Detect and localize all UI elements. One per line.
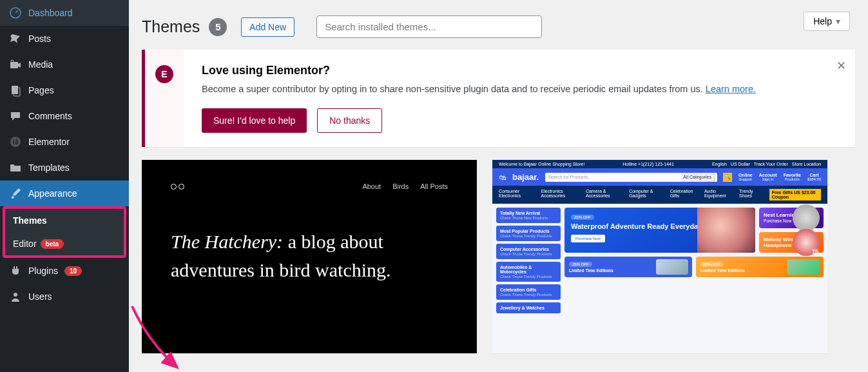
preview-links: About Birds All Posts: [362, 182, 448, 190]
plug-icon: [9, 264, 22, 277]
comment-icon: [9, 110, 22, 122]
sidebar-label: Appearance: [28, 188, 77, 199]
appearance-submenu: Themes Editor beta: [3, 206, 126, 258]
notice-text: Become a super contributor by opting in …: [202, 84, 837, 94]
preview-nav: About Birds All Posts: [171, 182, 448, 190]
sidebar-item-comments[interactable]: Comments: [0, 103, 129, 129]
sidebar-item-media[interactable]: Media: [0, 52, 129, 77]
preview-search: Search for Products... All Categories: [545, 173, 717, 182]
help-tab[interactable]: Help: [804, 12, 850, 31]
preview-brand: bajaar.: [512, 172, 539, 182]
sidebar-item-users[interactable]: Users: [0, 284, 129, 309]
sidebar-item-elementor[interactable]: Elementor: [0, 129, 129, 155]
submenu-themes[interactable]: Themes: [5, 209, 124, 232]
sidebar-item-pages[interactable]: Pages: [0, 77, 129, 103]
notice-actions: Sure! I'd love to help No thanks: [202, 108, 837, 133]
sidebar-item-dashboard[interactable]: Dashboard: [0, 0, 129, 26]
search-icon: 🔍: [723, 173, 732, 182]
product-icon: [793, 204, 820, 231]
help-label: Help: [813, 16, 832, 26]
user-icon: [9, 290, 22, 303]
pin-icon: [9, 32, 22, 45]
brush-icon: [9, 187, 22, 200]
notice-accent: E: [145, 50, 184, 147]
svg-rect-9: [15, 143, 18, 144]
theme-preview: About Birds All Posts The Hatchery: a bl…: [142, 160, 477, 353]
sidebar-label: Dashboard: [28, 8, 73, 18]
preview-sidebar: Totally New ArrivalCheck Those New Produ…: [496, 208, 561, 313]
dismiss-notice-button[interactable]: ✕: [836, 59, 846, 73]
preview-hero-text: The Hatchery: a blog about adventures in…: [171, 228, 448, 284]
svg-rect-3: [12, 86, 18, 94]
main-content: Help Themes 5 Add New E Love using Eleme…: [129, 0, 868, 353]
page-title: Themes: [142, 17, 200, 36]
svg-rect-8: [15, 141, 18, 142]
sidebar-item-plugins[interactable]: Plugins 10: [0, 258, 129, 284]
watch-icon: [787, 259, 820, 275]
theme-card[interactable]: About Birds All Posts The Hatchery: a bl…: [142, 160, 477, 353]
preview-topbar: Welcome to Bajaar Online Shopping Store!…: [492, 160, 827, 168]
learn-more-link[interactable]: Learn more.: [706, 84, 756, 94]
submenu-label: Themes: [13, 215, 47, 226]
svg-point-10: [14, 293, 17, 297]
sidebar-label: Posts: [28, 34, 51, 44]
svg-rect-6: [13, 139, 14, 144]
sidebar-label: Templates: [28, 162, 70, 173]
preview-hero-banner: 25% OFF Waterproof Adventure Ready Every…: [564, 208, 755, 253]
theme-grid: About Birds All Posts The Hatchery: a bl…: [142, 160, 855, 353]
annotation-arrow-icon: [122, 303, 187, 372]
submenu-editor[interactable]: Editor beta: [5, 232, 124, 255]
hero-image-icon: [697, 208, 755, 253]
elementor-badge-icon: E: [155, 65, 173, 83]
product-icon: 75: [793, 229, 820, 256]
notice-title: Love using Elementor?: [202, 64, 837, 77]
beta-badge: beta: [41, 239, 64, 249]
elementor-notice: E Love using Elementor? Become a super c…: [142, 50, 855, 147]
no-thanks-button[interactable]: No thanks: [317, 108, 382, 133]
folder-icon: [9, 161, 22, 174]
sidebar-item-templates[interactable]: Templates: [0, 155, 129, 181]
admin-sidebar: Dashboard Posts Media Pages Comments Ele…: [0, 0, 129, 372]
add-new-button[interactable]: Add New: [241, 17, 294, 37]
page-header: Themes 5 Add New: [142, 0, 855, 50]
svg-rect-7: [15, 139, 18, 141]
notice-body: Love using Elementor? Become a super con…: [184, 50, 855, 147]
submenu-label: Editor: [13, 239, 37, 249]
preview-categories: Consumer Electronics Electronics Accesso…: [492, 186, 827, 204]
theme-preview: Welcome to Bajaar Online Shopping Store!…: [492, 160, 827, 353]
sidebar-item-posts[interactable]: Posts: [0, 26, 129, 52]
plugins-count-badge: 10: [64, 266, 82, 276]
preview-header: 🛍 bajaar. Search for Products... All Cat…: [492, 168, 827, 186]
sidebar-label: Elementor: [28, 137, 70, 147]
sidebar-label: Plugins: [28, 266, 58, 276]
elementor-icon: [9, 135, 22, 148]
opt-in-button[interactable]: Sure! I'd love to help: [202, 108, 307, 133]
sidebar-label: Pages: [28, 85, 54, 95]
sidebar-label: Users: [28, 291, 52, 302]
sidebar-label: Media: [28, 59, 53, 70]
search-themes-input[interactable]: [316, 15, 542, 38]
themes-count: 5: [209, 18, 227, 36]
svg-rect-1: [10, 62, 18, 68]
theme-card[interactable]: Welcome to Bajaar Online Shopping Store!…: [492, 160, 827, 353]
sidebar-label: Comments: [28, 111, 72, 121]
phone-icon: [656, 259, 688, 275]
preview-logo-icon: [171, 184, 184, 190]
pages-icon: [9, 84, 22, 97]
media-icon: [9, 58, 22, 71]
dashboard-icon: [9, 6, 22, 19]
sidebar-item-appearance[interactable]: Appearance: [0, 181, 129, 206]
